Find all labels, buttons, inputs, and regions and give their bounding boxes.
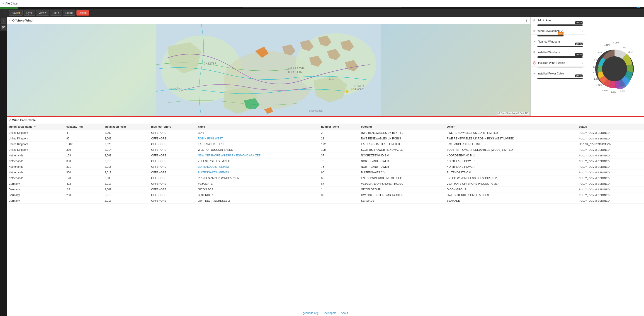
cell-year: 2,015 [103, 192, 150, 198]
sync-button[interactable]: Sync [24, 10, 35, 16]
delete-button[interactable]: Delete [76, 10, 89, 16]
cell-admin-area: United Kingdom [7, 130, 64, 136]
geonode-link[interactable]: geonode.org [303, 312, 318, 315]
cell-number [320, 198, 359, 204]
cell-operator: ENECO WINDMOLENS OFFSHC [359, 175, 445, 181]
legend-label-0: Admin Area [538, 19, 580, 22]
legend-eye-icon-5[interactable]: 👁 [533, 72, 536, 75]
col-name[interactable]: name [196, 124, 320, 130]
svg-text:1.6%: 1.6% [611, 91, 616, 93]
cell-year: 2,016 [103, 164, 150, 170]
cell-status: FULLY_COMMISSIONED [577, 147, 644, 153]
legend-chevron-4[interactable]: ‹ [582, 62, 582, 64]
cell-capacity: 288 [64, 192, 103, 198]
cell-status: FULLY_COMMISSIONED [577, 158, 644, 164]
cell-capacity: 4 [64, 130, 103, 136]
legend-eye-icon-2[interactable]: 👁 [533, 40, 536, 43]
svg-text:LOWER: LOWER [354, 84, 364, 88]
col-operator[interactable]: operator [359, 124, 445, 130]
col-capacity[interactable]: capacity_mw [64, 124, 103, 130]
cell-number: 28 [320, 136, 359, 142]
pie-more-icon[interactable]: ⋮ [638, 1, 642, 6]
col-number[interactable]: number_gene [320, 124, 359, 130]
cell-operator: NORTHLAND POWER [359, 164, 445, 170]
cell-operator: RWE RENEWABLES UK ROBIN [359, 136, 445, 142]
cell-owner: VEJA MATE OFFSHORE PROJECT GMBH [445, 181, 577, 187]
about-link[interactable]: About [341, 312, 348, 315]
svg-text:5.76%: 5.76% [614, 42, 619, 44]
col-installation-year[interactable]: installation_year [103, 124, 150, 130]
table-row: Netherlands1082,008OFFSHORENSW OFFSHORE … [7, 153, 644, 158]
legend-chevron-1[interactable]: ‹ [582, 30, 582, 32]
save-button[interactable]: Save [9, 10, 23, 16]
col-admin-area[interactable]: admin_area_name ▼ [7, 124, 64, 130]
table-panel-title: Wind Farm Table [12, 118, 36, 122]
map-expand-icon[interactable]: ⤢ [9, 19, 11, 22]
cell-operator: GICON GROUP [359, 187, 445, 192]
table-row: Germany2.32,009OFFSHOREGICON SOF1GICON G… [7, 187, 644, 192]
cell-owner: EAST ANGLIA THREE LIMITED [445, 142, 577, 147]
cell-shore: OFFSHORE [150, 130, 196, 136]
share-button[interactable]: Share [63, 10, 75, 16]
main-content: ⤢ Offshore Wind ⋮ [7, 17, 644, 316]
cell-owner: RWE RENEWABLES UK ROBIN RIGG WEST LIMITE… [445, 136, 577, 142]
pie-chart-area: 7.82% 11.1% 5.76% 4.12% 3.7% 3.7% 3.29% … [585, 17, 644, 116]
table-wrapper[interactable]: admin_area_name ▼ capacity_mw installati… [7, 124, 644, 310]
col-shore[interactable]: mps_est_shore_ [150, 124, 196, 130]
svg-text:SAXONY: SAXONY [353, 88, 364, 91]
map-panel-title: Offshore Wind [12, 19, 32, 22]
pie-panel-title: Pie Chart [6, 2, 18, 5]
cell-owner: RWE RENEWABLES UK BLYTH LIMITED [445, 130, 577, 136]
pie-expand-icon[interactable]: ⤢ [2, 2, 4, 5]
map-more-icon[interactable]: ⋮ [524, 18, 528, 23]
save-label: Save [12, 11, 18, 14]
cell-year: 2,014 [103, 147, 150, 153]
legend-eye-icon-1[interactable]: 👁 [533, 29, 536, 33]
pie-panel-header: ⤢ Pie Chart ⋮ [0, 0, 644, 7]
col-owner[interactable]: owner [445, 124, 577, 130]
table-row: United Kingdom3892,014OFFSHOREWEST OF DU… [7, 147, 644, 153]
cell-owner: ENECO WINDMOLENS OFFSHORE B.V. [445, 175, 577, 181]
cell-admin-area: Netherlands [7, 153, 64, 158]
svg-text:Nothingham: Nothingham [169, 87, 182, 90]
legend-bar-label-2: 100 % [575, 42, 582, 45]
legend-label-3: Installed Windfarm [538, 51, 580, 54]
cell-operator: NOORDZEEWIND B.V. [359, 153, 445, 158]
legend-eye-icon-0[interactable]: 👁 [533, 19, 536, 22]
map-background[interactable]: SCHLESWIG- HOLSTEIN LOWER SAXONY CHESTER… [7, 24, 530, 116]
table-more-icon[interactable]: ⋮ [638, 118, 642, 122]
legend-eye-crossed-icon-4[interactable]: 🚫 [533, 61, 536, 64]
table-expand-icon[interactable]: ⤢ [9, 119, 11, 122]
cell-admin-area: Netherlands [7, 164, 64, 170]
cell-name: BUITENGAATS / GEMINI I [196, 164, 320, 170]
svg-point-16 [346, 90, 349, 93]
table-row: United Kingdom42,000OFFSHOREBLYTH2RWE RE… [7, 130, 644, 136]
legend-label-4: Installed Wind Turbine [538, 61, 580, 64]
map-attribution: © OpenStreetMap © CartoDB [498, 112, 529, 115]
table-row: United Kingdom1,4002,026OFFSHOREEAST ANG… [7, 142, 644, 147]
footer: geonode.org Developers About [7, 310, 644, 316]
table-row: Netherlands3012,016OFFSHOREBUITENGAATS /… [7, 164, 644, 170]
svg-text:CHESTER: CHESTER [204, 62, 216, 65]
cell-owner: NORTHLAND POWER [445, 158, 577, 164]
edit-button[interactable]: Edit ▾ [50, 10, 62, 16]
table-row: Germany2882,015OFFSHOREBUTENDIEK80OWP BU… [7, 192, 644, 198]
cell-shore: OFFSHORE [150, 136, 196, 142]
cell-shore: OFFSHORE [150, 187, 196, 192]
cell-capacity: 300 [64, 170, 103, 175]
legend-eye-icon-3[interactable]: 👁 [533, 51, 536, 54]
cell-name: ROBIN RIGG WEST [196, 136, 320, 142]
bottom-panel: ⤢ Wind Farm Table ⋮ admin_area_name ▼ ca… [7, 117, 644, 310]
col-status[interactable]: status [577, 124, 644, 130]
legend-bar-3: 100 % [538, 56, 582, 58]
view-button[interactable]: View ▾ [36, 10, 49, 16]
map-tool[interactable]: 🗺 [1, 25, 6, 30]
add-layer-tool[interactable]: + [1, 18, 6, 23]
cell-name: EAST ANGLIA THREE [196, 142, 320, 147]
cell-shore: OFFSHORE [150, 153, 196, 158]
cell-owner: BUITENGAATS C.V. [445, 170, 577, 175]
cell-operator: SEAMADE [359, 198, 445, 204]
info-button[interactable]: ℹ [2, 10, 8, 15]
table-head: admin_area_name ▼ capacity_mw installati… [7, 124, 644, 130]
developers-link[interactable]: Developers [322, 312, 336, 315]
